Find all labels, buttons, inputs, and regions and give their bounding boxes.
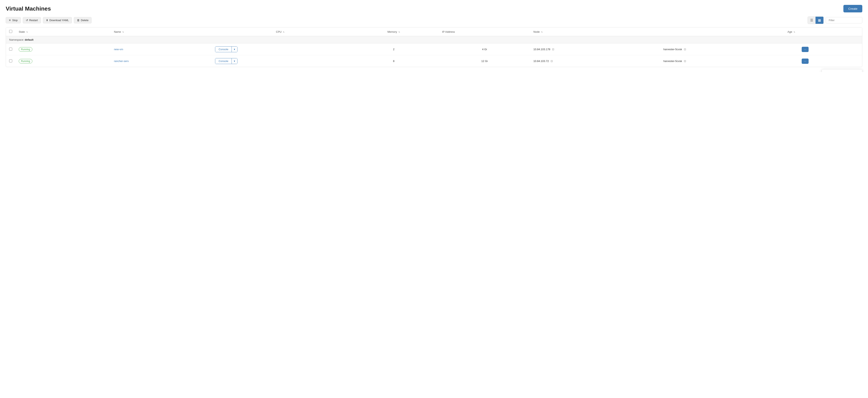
row2-actions-cell: ··· [798,55,862,67]
stop-icon: ✕ [9,19,11,22]
row1-cpu-value: 2 [393,48,394,51]
download-yaml-label: Download YAML [50,19,69,22]
create-button[interactable]: Create [843,5,862,12]
delete-label: Delete [81,19,89,22]
row1-state-badge: Running [19,47,32,52]
namespace-value: default [25,38,34,41]
row2-console-cell: Console ▾ [212,55,348,67]
header-ip: IP Address [439,27,530,36]
header-cpu[interactable]: CPU ⇅ [212,27,348,36]
row2-state: Running [16,55,111,67]
cpu-col-label: CPU [276,30,281,33]
namespace-cell: Namespace: default [6,36,862,43]
toolbar: ✕ Stop ↺ Restart ⬇ Download YAML 🗑 Delet… [6,16,862,24]
row1-console-wrap: Console ▾ [215,46,238,52]
row1-console-cell: Console ▾ [212,43,348,55]
row2-copy-ip-icon[interactable]: ⊡ [551,60,553,63]
header-memory[interactable]: Memory ⇅ [348,27,439,36]
row1-cpu: 2 [348,43,439,55]
row1-node-value: harvester-5cvsk [663,48,682,51]
row2-console-dropdown[interactable]: ▾ [231,58,237,64]
table-row: Running rancher-serv Console ▾ 8 [6,55,862,67]
row1-memory: 4 Gi [439,43,530,55]
row1-state: Running [16,43,111,55]
list-view-button[interactable]: ☰ [808,17,815,24]
state-sort-icon: ⇅ [26,31,28,33]
name-sort-icon: ⇅ [122,31,124,33]
header-actions [798,27,862,36]
row1-actions-button[interactable]: ··· [802,47,809,52]
row1-ip: 10.84.103.178 ⊡ [530,43,660,55]
table-header-row: State ⇅ Name ⇅ CPU ⇅ Memory ⇅ [6,27,862,36]
row1-checkbox[interactable] [9,47,12,51]
select-all-checkbox[interactable] [9,30,12,33]
memory-col-label: Memory [388,30,397,33]
stop-label: Stop [12,19,18,22]
stop-button[interactable]: ✕ Stop [6,17,21,23]
page-title: Virtual Machines [6,5,51,12]
row1-actions-cell: ··· [798,43,862,55]
row2-cpu: 8 [348,55,439,67]
row2-actions-button[interactable]: ··· [802,59,809,64]
menu-item-stop[interactable]: ✕ Stop [822,69,862,72]
row1-copy-ip-icon[interactable]: ⊡ [552,48,554,51]
row1-copy-node-icon[interactable]: ⊡ [684,48,686,51]
row2-name-cell: rancher-serv [111,55,212,67]
row2-ip-value: 10.84.103.72 [533,60,549,63]
download-yaml-button[interactable]: ⬇ Download YAML [43,17,72,23]
header: Virtual Machines Create [6,5,862,12]
row1-memory-value: 4 Gi [482,48,487,51]
vm-table: State ⇅ Name ⇅ CPU ⇅ Memory ⇅ [6,27,862,67]
restart-icon: ↺ [26,19,28,22]
row1-vm-link[interactable]: new-vm [114,48,123,51]
row2-ip: 10.84.103.72 ⊡ [530,55,660,67]
restart-button[interactable]: ↺ Restart [23,17,41,23]
node-sort-icon: ⇅ [541,31,542,33]
node-col-label: Node [533,30,539,33]
menu-stop-label: Stop [831,71,837,72]
stop-menu-icon: ✕ [826,71,829,72]
row2-node-value: harvester-5cvsk [663,60,682,63]
row2-node: harvester-5cvsk ⊡ [660,55,798,67]
restart-label: Restart [29,19,38,22]
download-icon: ⬇ [46,19,48,22]
header-name[interactable]: Name ⇅ [111,27,212,36]
row1-console-button[interactable]: Console [215,46,231,52]
delete-icon: 🗑 [77,19,80,22]
row2-memory: 12 Gi [439,55,530,67]
row2-vm-link[interactable]: rancher-serv [114,60,129,63]
view-toggle: ☰ ▦ [808,16,824,24]
page-container: Virtual Machines Create ✕ Stop ↺ Restart… [0,0,868,72]
context-menu: ✕ Stop ⏸ Pause ↺ Restart ↺ Soft Reboot ↺… [822,69,862,72]
card-view-button[interactable]: ▦ [815,17,824,24]
namespace-row: Namespace: default [6,36,862,43]
cpu-sort-icon: ⇅ [283,31,284,33]
row1-ip-value: 10.84.103.178 [533,48,550,51]
row2-memory-value: 12 Gi [482,60,488,63]
filter-input[interactable] [826,17,862,23]
row1-name-cell: new-vm [111,43,212,55]
ip-col-label: IP Address [442,30,455,33]
row2-cpu-value: 8 [393,60,394,63]
age-sort-icon: ⇅ [794,31,795,33]
table-row: Running new-vm Console ▾ 2 [6,43,862,55]
header-age[interactable]: Age ⇅ [660,27,798,36]
age-col-label: Age [787,30,792,33]
row2-checkbox-cell [6,55,16,67]
row1-node: harvester-5cvsk ⊡ [660,43,798,55]
state-col-label: State [19,30,25,33]
row2-state-badge: Running [19,59,32,63]
name-col-label: Name [114,30,121,33]
delete-button[interactable]: 🗑 Delete [74,17,92,23]
row2-checkbox[interactable] [9,59,12,62]
row2-console-wrap: Console ▾ [215,58,238,64]
memory-sort-icon: ⇅ [398,31,400,33]
row2-copy-node-icon[interactable]: ⊡ [684,60,686,63]
header-state[interactable]: State ⇅ [16,27,111,36]
row1-checkbox-cell [6,43,16,55]
header-checkbox-cell [6,27,16,36]
header-node[interactable]: Node ⇅ [530,27,660,36]
row1-console-dropdown[interactable]: ▾ [231,46,237,52]
row2-console-button[interactable]: Console [215,58,231,64]
